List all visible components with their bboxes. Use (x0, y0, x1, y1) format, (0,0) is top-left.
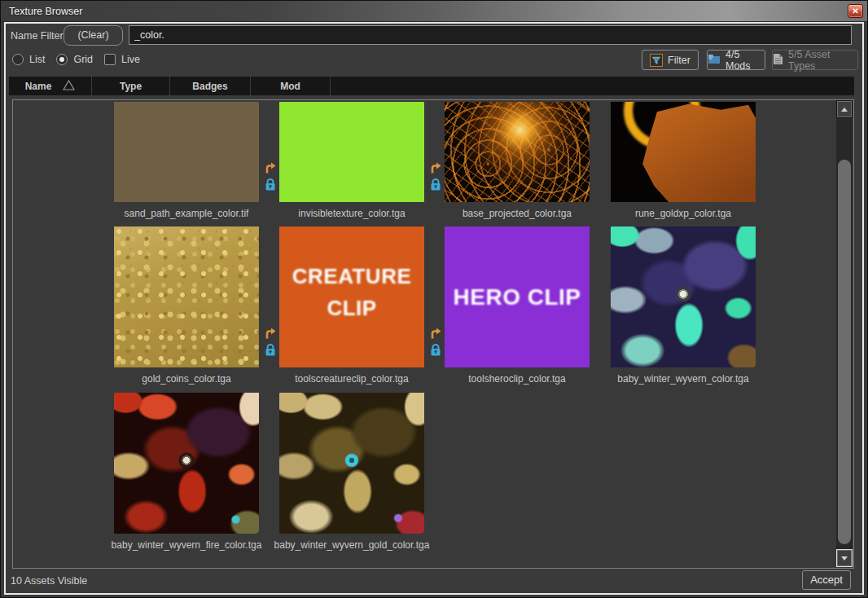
asset-badges (263, 161, 277, 191)
clear-filter-button[interactable]: (Clear) (64, 25, 123, 46)
asset-thumbnail (611, 226, 756, 367)
asset-thumbnail: HERO CLIP (445, 226, 590, 367)
redirect-badge-icon (429, 327, 442, 340)
asset-filename: baby_winter_wyvern_fire_color.tga (112, 539, 262, 551)
column-header-badges[interactable]: Badges (170, 77, 251, 95)
live-checkbox[interactable] (104, 54, 116, 65)
asset-filename: baby_winter_wyvern_gold_color.tga (274, 539, 430, 551)
lock-badge-icon (264, 343, 277, 356)
asset-thumbnail (611, 102, 756, 202)
asset-thumbnail (114, 102, 259, 202)
window-title: Texture Browser (9, 6, 82, 17)
mods-button-label: 4/5 Mods (726, 49, 765, 72)
asset-tile[interactable]: CREATURE CLIP toolscreatureclip_color.tg… (279, 226, 424, 367)
asset-filename: base_projected_color.tga (462, 208, 572, 219)
name-filter-label: Name Filter: (11, 30, 66, 42)
lock-badge-icon (429, 178, 442, 191)
folder-icon (708, 53, 721, 67)
list-radio[interactable] (12, 54, 24, 65)
asset-filename: sand_path_example_color.tif (125, 208, 249, 219)
asset-tile[interactable]: invisibletexture_color.tga (279, 102, 424, 202)
thumbnail-overlay-text: HERO CLIP (445, 226, 590, 367)
asset-thumbnail (114, 226, 259, 367)
list-radio-label: List (29, 54, 45, 65)
asset-filename: baby_winter_wyvern_color.tga (617, 373, 748, 385)
name-filter-input[interactable] (129, 25, 852, 45)
asset-filename: toolsheroclip_color.tga (468, 373, 565, 385)
asset-tile[interactable]: baby_winter_wyvern_color.tga (611, 226, 756, 367)
column-header-filler (331, 77, 854, 95)
lock-badge-icon (429, 343, 442, 356)
asset-tile[interactable]: HERO CLIP toolsheroclip_color.tga (445, 226, 590, 367)
scroll-up-icon (841, 108, 848, 112)
asset-tile[interactable]: rune_goldxp_color.tga (611, 102, 756, 202)
view-mode-controls: List Grid Live (12, 52, 151, 67)
filter-button[interactable]: Filter (642, 50, 699, 70)
asset-tile[interactable]: base_projected_color.tga (445, 102, 590, 202)
asset-types-button[interactable]: 5/5 Asset Types (772, 50, 858, 70)
column-header-mod[interactable]: Mod (251, 77, 331, 95)
asset-filename: gold_coins_color.tga (142, 373, 230, 385)
sort-ascending-icon (63, 80, 75, 93)
asset-thumbnail: CREATURE CLIP (279, 226, 424, 367)
filter-icon (650, 54, 663, 67)
asset-tile[interactable]: gold_coins_color.tga (114, 226, 259, 367)
close-button[interactable]: ✕ (848, 4, 863, 18)
asset-thumbnail (279, 102, 424, 202)
grid-radio-label: Grid (73, 54, 93, 65)
asset-thumbnail (114, 393, 259, 534)
grid-radio[interactable] (56, 54, 68, 65)
column-header-type[interactable]: Type (92, 77, 170, 95)
column-header-name-label: Name (25, 81, 52, 92)
mods-button[interactable]: 4/5 Mods (707, 50, 765, 70)
column-header-bar: Name Type Badges Mod (9, 77, 854, 95)
asset-tile[interactable]: sand_path_example_color.tif (114, 102, 259, 202)
redirect-badge-icon (264, 327, 277, 340)
scrollbar-thumb[interactable] (838, 160, 851, 544)
asset-tile[interactable]: baby_winter_wyvern_gold_color.tga (279, 393, 424, 534)
thumbnail-overlay-text: CREATURE CLIP (279, 226, 424, 363)
asset-filename: toolscreatureclip_color.tga (295, 373, 408, 385)
asset-badges (428, 327, 442, 356)
scroll-down-icon (841, 556, 848, 561)
titlebar[interactable]: Texture Browser ✕ (1, 1, 867, 22)
asset-types-button-label: 5/5 Asset Types (788, 49, 857, 72)
asset-filename: invisibletexture_color.tga (298, 208, 405, 219)
asset-thumbnail (279, 393, 424, 534)
document-icon (773, 53, 783, 68)
redirect-badge-icon (429, 161, 442, 174)
scrollbar[interactable] (836, 100, 853, 567)
redirect-badge-icon (264, 161, 277, 174)
live-checkbox-label: Live (121, 54, 140, 65)
asset-badges (263, 327, 277, 356)
asset-badges (428, 161, 442, 191)
close-icon: ✕ (852, 7, 858, 15)
asset-tile[interactable]: baby_winter_wyvern_fire_color.tga (114, 393, 259, 534)
lock-badge-icon (264, 178, 277, 191)
scroll-up-button[interactable] (836, 100, 853, 118)
asset-thumbnail (445, 102, 590, 202)
texture-browser-window: Texture Browser ✕ Name Filter: (Clear) L… (0, 0, 868, 598)
assets-visible-count: 10 Assets Visible (11, 575, 87, 587)
column-header-name[interactable]: Name (9, 77, 92, 95)
filter-button-label: Filter (668, 55, 690, 66)
accept-button[interactable]: Accept (802, 570, 851, 590)
asset-filename: rune_goldxp_color.tga (635, 208, 731, 219)
scroll-down-button[interactable] (836, 549, 853, 567)
